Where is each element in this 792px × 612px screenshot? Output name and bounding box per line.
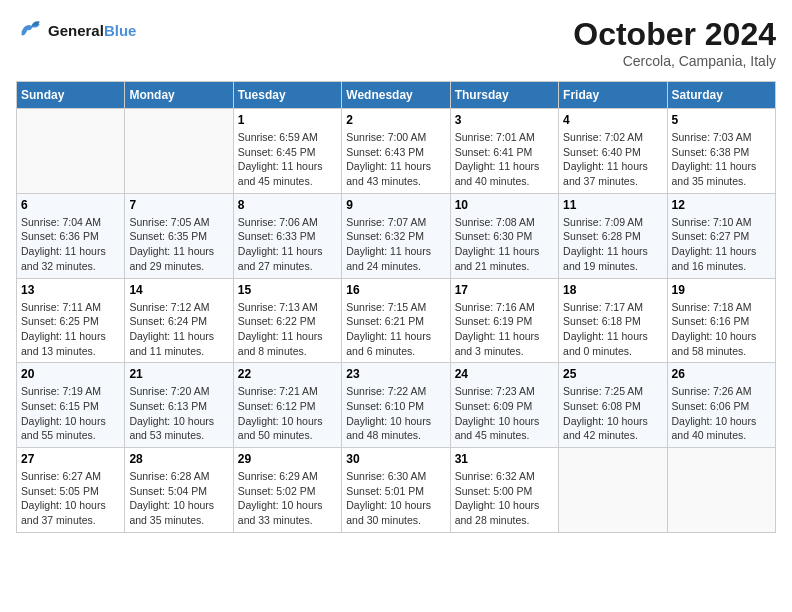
day-detail: Sunrise: 6:30 AMSunset: 5:01 PMDaylight:…	[346, 469, 445, 528]
day-number: 29	[238, 452, 337, 466]
day-detail: Sunrise: 7:19 AMSunset: 6:15 PMDaylight:…	[21, 384, 120, 443]
day-detail: Sunrise: 6:59 AMSunset: 6:45 PMDaylight:…	[238, 130, 337, 189]
day-detail: Sunrise: 6:28 AMSunset: 5:04 PMDaylight:…	[129, 469, 228, 528]
calendar-cell: 29Sunrise: 6:29 AMSunset: 5:02 PMDayligh…	[233, 448, 341, 533]
day-number: 7	[129, 198, 228, 212]
calendar-cell: 28Sunrise: 6:28 AMSunset: 5:04 PMDayligh…	[125, 448, 233, 533]
calendar-cell: 12Sunrise: 7:10 AMSunset: 6:27 PMDayligh…	[667, 193, 775, 278]
calendar-cell: 19Sunrise: 7:18 AMSunset: 6:16 PMDayligh…	[667, 278, 775, 363]
day-detail: Sunrise: 7:20 AMSunset: 6:13 PMDaylight:…	[129, 384, 228, 443]
weekday-header: Wednesday	[342, 82, 450, 109]
day-detail: Sunrise: 7:15 AMSunset: 6:21 PMDaylight:…	[346, 300, 445, 359]
day-detail: Sunrise: 7:06 AMSunset: 6:33 PMDaylight:…	[238, 215, 337, 274]
calendar-table: SundayMondayTuesdayWednesdayThursdayFrid…	[16, 81, 776, 533]
calendar-cell	[17, 109, 125, 194]
weekday-header: Monday	[125, 82, 233, 109]
calendar-week-row: 6Sunrise: 7:04 AMSunset: 6:36 PMDaylight…	[17, 193, 776, 278]
day-detail: Sunrise: 7:26 AMSunset: 6:06 PMDaylight:…	[672, 384, 771, 443]
calendar-cell: 31Sunrise: 6:32 AMSunset: 5:00 PMDayligh…	[450, 448, 558, 533]
day-detail: Sunrise: 7:10 AMSunset: 6:27 PMDaylight:…	[672, 215, 771, 274]
day-detail: Sunrise: 7:16 AMSunset: 6:19 PMDaylight:…	[455, 300, 554, 359]
day-number: 6	[21, 198, 120, 212]
title-area: October 2024 Cercola, Campania, Italy	[573, 16, 776, 69]
day-number: 24	[455, 367, 554, 381]
calendar-cell: 14Sunrise: 7:12 AMSunset: 6:24 PMDayligh…	[125, 278, 233, 363]
day-number: 13	[21, 283, 120, 297]
day-detail: Sunrise: 7:18 AMSunset: 6:16 PMDaylight:…	[672, 300, 771, 359]
calendar-cell	[125, 109, 233, 194]
day-detail: Sunrise: 7:05 AMSunset: 6:35 PMDaylight:…	[129, 215, 228, 274]
calendar-cell: 10Sunrise: 7:08 AMSunset: 6:30 PMDayligh…	[450, 193, 558, 278]
calendar-cell	[667, 448, 775, 533]
day-detail: Sunrise: 7:08 AMSunset: 6:30 PMDaylight:…	[455, 215, 554, 274]
calendar-cell: 18Sunrise: 7:17 AMSunset: 6:18 PMDayligh…	[559, 278, 667, 363]
calendar-cell: 6Sunrise: 7:04 AMSunset: 6:36 PMDaylight…	[17, 193, 125, 278]
day-detail: Sunrise: 7:11 AMSunset: 6:25 PMDaylight:…	[21, 300, 120, 359]
day-number: 26	[672, 367, 771, 381]
day-number: 5	[672, 113, 771, 127]
day-number: 12	[672, 198, 771, 212]
day-detail: Sunrise: 7:04 AMSunset: 6:36 PMDaylight:…	[21, 215, 120, 274]
calendar-cell: 15Sunrise: 7:13 AMSunset: 6:22 PMDayligh…	[233, 278, 341, 363]
day-number: 21	[129, 367, 228, 381]
day-detail: Sunrise: 7:13 AMSunset: 6:22 PMDaylight:…	[238, 300, 337, 359]
calendar-cell: 23Sunrise: 7:22 AMSunset: 6:10 PMDayligh…	[342, 363, 450, 448]
calendar-week-row: 20Sunrise: 7:19 AMSunset: 6:15 PMDayligh…	[17, 363, 776, 448]
day-detail: Sunrise: 7:09 AMSunset: 6:28 PMDaylight:…	[563, 215, 662, 274]
day-detail: Sunrise: 7:03 AMSunset: 6:38 PMDaylight:…	[672, 130, 771, 189]
calendar-cell: 8Sunrise: 7:06 AMSunset: 6:33 PMDaylight…	[233, 193, 341, 278]
day-number: 16	[346, 283, 445, 297]
calendar-cell: 7Sunrise: 7:05 AMSunset: 6:35 PMDaylight…	[125, 193, 233, 278]
calendar-cell: 2Sunrise: 7:00 AMSunset: 6:43 PMDaylight…	[342, 109, 450, 194]
day-detail: Sunrise: 6:32 AMSunset: 5:00 PMDaylight:…	[455, 469, 554, 528]
day-detail: Sunrise: 7:21 AMSunset: 6:12 PMDaylight:…	[238, 384, 337, 443]
calendar-cell: 13Sunrise: 7:11 AMSunset: 6:25 PMDayligh…	[17, 278, 125, 363]
month-title: October 2024	[573, 16, 776, 53]
calendar-cell: 25Sunrise: 7:25 AMSunset: 6:08 PMDayligh…	[559, 363, 667, 448]
day-number: 11	[563, 198, 662, 212]
day-number: 3	[455, 113, 554, 127]
day-number: 22	[238, 367, 337, 381]
day-detail: Sunrise: 7:07 AMSunset: 6:32 PMDaylight:…	[346, 215, 445, 274]
calendar-cell: 3Sunrise: 7:01 AMSunset: 6:41 PMDaylight…	[450, 109, 558, 194]
calendar-cell: 30Sunrise: 6:30 AMSunset: 5:01 PMDayligh…	[342, 448, 450, 533]
day-number: 25	[563, 367, 662, 381]
weekday-header: Saturday	[667, 82, 775, 109]
day-detail: Sunrise: 7:17 AMSunset: 6:18 PMDaylight:…	[563, 300, 662, 359]
day-number: 4	[563, 113, 662, 127]
page-header: GeneralBlue October 2024 Cercola, Campan…	[16, 16, 776, 69]
calendar-week-row: 13Sunrise: 7:11 AMSunset: 6:25 PMDayligh…	[17, 278, 776, 363]
calendar-cell: 21Sunrise: 7:20 AMSunset: 6:13 PMDayligh…	[125, 363, 233, 448]
calendar-cell: 22Sunrise: 7:21 AMSunset: 6:12 PMDayligh…	[233, 363, 341, 448]
day-number: 14	[129, 283, 228, 297]
calendar-cell: 11Sunrise: 7:09 AMSunset: 6:28 PMDayligh…	[559, 193, 667, 278]
calendar-cell: 24Sunrise: 7:23 AMSunset: 6:09 PMDayligh…	[450, 363, 558, 448]
day-number: 28	[129, 452, 228, 466]
day-detail: Sunrise: 7:22 AMSunset: 6:10 PMDaylight:…	[346, 384, 445, 443]
logo-text: GeneralBlue	[48, 22, 136, 39]
weekday-header: Friday	[559, 82, 667, 109]
calendar-cell: 9Sunrise: 7:07 AMSunset: 6:32 PMDaylight…	[342, 193, 450, 278]
weekday-header: Tuesday	[233, 82, 341, 109]
day-detail: Sunrise: 6:27 AMSunset: 5:05 PMDaylight:…	[21, 469, 120, 528]
logo: GeneralBlue	[16, 16, 136, 44]
day-number: 20	[21, 367, 120, 381]
day-number: 8	[238, 198, 337, 212]
calendar-cell: 20Sunrise: 7:19 AMSunset: 6:15 PMDayligh…	[17, 363, 125, 448]
calendar-cell: 17Sunrise: 7:16 AMSunset: 6:19 PMDayligh…	[450, 278, 558, 363]
location: Cercola, Campania, Italy	[573, 53, 776, 69]
calendar-cell: 4Sunrise: 7:02 AMSunset: 6:40 PMDaylight…	[559, 109, 667, 194]
day-number: 9	[346, 198, 445, 212]
calendar-cell: 27Sunrise: 6:27 AMSunset: 5:05 PMDayligh…	[17, 448, 125, 533]
day-detail: Sunrise: 7:23 AMSunset: 6:09 PMDaylight:…	[455, 384, 554, 443]
calendar-week-row: 27Sunrise: 6:27 AMSunset: 5:05 PMDayligh…	[17, 448, 776, 533]
calendar-cell: 26Sunrise: 7:26 AMSunset: 6:06 PMDayligh…	[667, 363, 775, 448]
day-number: 19	[672, 283, 771, 297]
day-detail: Sunrise: 7:12 AMSunset: 6:24 PMDaylight:…	[129, 300, 228, 359]
day-detail: Sunrise: 6:29 AMSunset: 5:02 PMDaylight:…	[238, 469, 337, 528]
day-number: 15	[238, 283, 337, 297]
day-number: 23	[346, 367, 445, 381]
calendar-cell: 16Sunrise: 7:15 AMSunset: 6:21 PMDayligh…	[342, 278, 450, 363]
day-number: 27	[21, 452, 120, 466]
day-detail: Sunrise: 7:02 AMSunset: 6:40 PMDaylight:…	[563, 130, 662, 189]
